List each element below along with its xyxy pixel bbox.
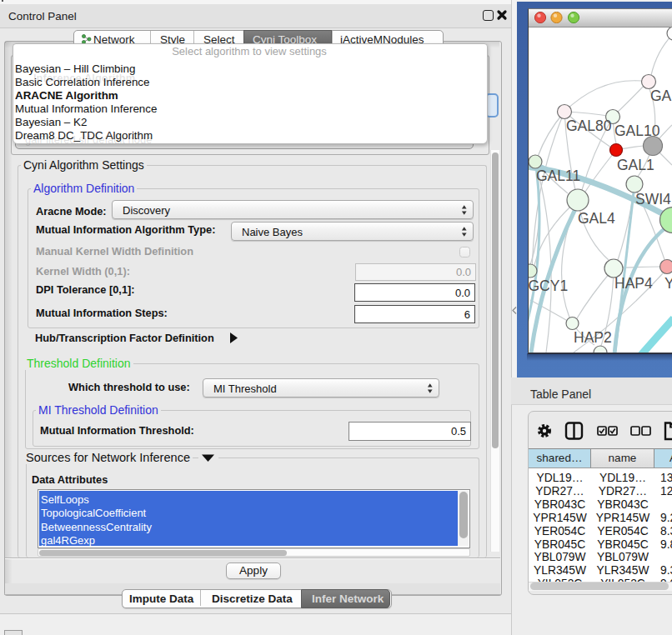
- svg-text:GAL10: GAL10: [614, 122, 660, 139]
- svg-text:SWI4: SWI4: [635, 191, 671, 208]
- svg-text:HAP2: HAP2: [574, 329, 612, 346]
- svg-text:GAL80: GAL80: [566, 118, 612, 134]
- svg-text:GAL4: GAL4: [578, 210, 615, 227]
- svg-text:HAP4: HAP4: [614, 275, 653, 292]
- svg-text:GAL2: GAL2: [650, 88, 672, 104]
- svg-text:GAL1: GAL1: [617, 157, 654, 173]
- svg-text:GAL11: GAL11: [536, 168, 580, 184]
- svg-text:GCY1: GCY1: [529, 278, 568, 294]
- svg-text:Y: Y: [664, 275, 672, 292]
